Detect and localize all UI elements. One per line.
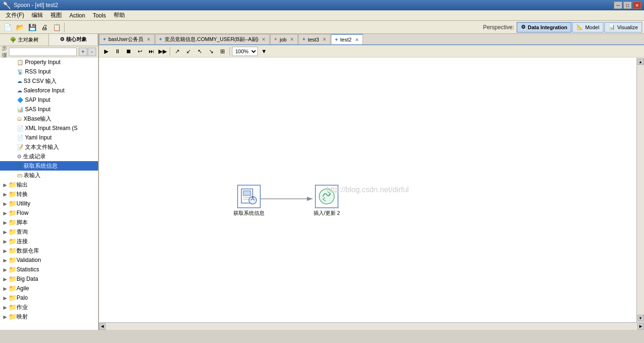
- rewind-button[interactable]: ↩: [135, 47, 145, 56]
- tree-item[interactable]: ▶ 📁 Palo: [0, 293, 98, 302]
- folder-icon: 📁: [8, 256, 17, 264]
- zoom-out-button[interactable]: ↙: [183, 47, 194, 56]
- search-input[interactable]: [9, 48, 77, 56]
- menu-view[interactable]: 视图: [47, 10, 66, 20]
- tree-item[interactable]: ▶ 📁 Utility: [0, 199, 98, 208]
- perspective-model[interactable]: 📐 Model: [572, 22, 603, 33]
- collapse-button[interactable]: -: [88, 48, 96, 56]
- tab-close-button[interactable]: ✕: [147, 37, 150, 42]
- window-title: Spoon - [etl] test2: [14, 2, 614, 8]
- main-layout: 🌳 主对象树 ⚙ 核心对象 步骤 + - 📋 Property Input: [0, 34, 644, 330]
- tree-item[interactable]: ▶ 📁 数据仓库: [0, 246, 98, 255]
- tree-item[interactable]: 🖥 获取系统信息: [0, 161, 98, 171]
- tree-expander: ▶: [2, 192, 8, 197]
- step-icon: 📝: [17, 144, 24, 150]
- perspective-visualize[interactable]: 📊 Visualize: [604, 22, 642, 33]
- folder-icon: 📁: [8, 200, 17, 207]
- tree-item[interactable]: ▶ 📁 Agile: [0, 284, 98, 293]
- align-left-button[interactable]: ↖: [195, 47, 205, 56]
- tab-icon: ✦: [273, 36, 278, 42]
- tab-item[interactable]: ✦ 党员党籍信息.COMMY_USER(B副--A副) ✕: [155, 34, 270, 44]
- tree-item[interactable]: 📊 SAS Input: [0, 105, 98, 114]
- tree-item[interactable]: 🗃 表输入: [0, 171, 98, 180]
- tab-item[interactable]: ✦ job ✕: [270, 34, 298, 44]
- tree-item[interactable]: ▶ 📁 Big Data: [0, 274, 98, 284]
- tabs-bar: ✦ basUser公务员 ✕ ✦ 党员党籍信息.COMMY_USER(B副--A…: [99, 34, 644, 45]
- di-icon: ⚙: [521, 24, 526, 30]
- vertical-scrollbar[interactable]: ▲ ▼: [636, 57, 644, 322]
- tab-close-button[interactable]: ✕: [290, 37, 294, 42]
- open-button[interactable]: 📂: [14, 22, 25, 33]
- menu-file[interactable]: 文件(F): [2, 10, 28, 20]
- tree-item[interactable]: ▶ 📁 映射: [0, 312, 98, 321]
- tree-item[interactable]: 🗂 XBase输入: [0, 114, 98, 123]
- canvas-node-1[interactable]: 获取系统信息: [233, 185, 264, 217]
- visualize-icon: 📊: [609, 24, 615, 30]
- menu-tools[interactable]: Tools: [89, 11, 110, 20]
- tree-item[interactable]: ☁ S3 CSV 输入: [0, 76, 98, 86]
- canvas-svg: [99, 57, 636, 322]
- tab-item[interactable]: ✦ test2 ✕: [331, 34, 363, 44]
- tree-item[interactable]: ▶ 📁 脚本: [0, 218, 98, 227]
- tab-close-button[interactable]: ✕: [322, 37, 326, 42]
- tree-item[interactable]: 📄 Yaml Input: [0, 133, 98, 142]
- canvas-area[interactable]: 获取系统信息 插入/更新 2 http://blog.: [99, 57, 636, 322]
- zoom-select[interactable]: 50% 75% 100% 125% 150% 200%: [232, 47, 258, 56]
- tree-item-label: Utility: [17, 200, 30, 207]
- tab-core-objects[interactable]: ⚙ 核心对象: [49, 34, 98, 46]
- maximize-button[interactable]: □: [623, 1, 632, 9]
- paste-button[interactable]: 📋: [51, 22, 62, 33]
- tree-item[interactable]: 📋 Property Input: [0, 57, 98, 67]
- folder-icon: 📁: [8, 181, 17, 188]
- tab-item[interactable]: ✦ basUser公务员 ✕: [99, 34, 155, 44]
- tree-item[interactable]: ▶ 📁 作业: [0, 302, 98, 312]
- tree-item[interactable]: ☁ Salesforce Input: [0, 86, 98, 95]
- grid-button[interactable]: ⊞: [217, 47, 228, 56]
- stop-button[interactable]: ⏹: [124, 47, 134, 56]
- print-button[interactable]: 🖨: [39, 22, 50, 33]
- save-button[interactable]: 💾: [26, 22, 38, 33]
- tree-item[interactable]: ⚙ 生成记录: [0, 152, 98, 161]
- tree-item[interactable]: ▶ 📁 转换: [0, 189, 98, 199]
- zoom-in-button[interactable]: ↗: [172, 47, 182, 56]
- tree-item[interactable]: ▶ 📁 Validation: [0, 255, 98, 265]
- tree-item[interactable]: ▶ 📁 Statistics: [0, 265, 98, 274]
- folder-icon: 📁: [8, 275, 17, 283]
- tree-item[interactable]: ▶ 📁 查询: [0, 227, 98, 237]
- tab-main-objects[interactable]: 🌳 主对象树: [0, 34, 49, 46]
- tree-item[interactable]: ▶ 📁 输出: [0, 180, 98, 189]
- menu-help[interactable]: 帮助: [110, 10, 129, 20]
- perspective-data-integration[interactable]: ⚙ Data Integration: [517, 22, 571, 33]
- menu-edit[interactable]: 编辑: [28, 10, 47, 20]
- minimize-button[interactable]: ─: [614, 1, 622, 9]
- folder-icon: 📁: [8, 303, 17, 311]
- menu-action[interactable]: Action: [66, 11, 89, 20]
- close-button[interactable]: ✕: [633, 1, 641, 9]
- new-button[interactable]: 📄: [2, 22, 13, 33]
- tree-item[interactable]: 📄 XML Input Stream (S: [0, 123, 98, 133]
- tab-item[interactable]: ✦ test3 ✕: [298, 34, 330, 44]
- pause-button[interactable]: ⏸: [112, 47, 123, 56]
- tree-item-label: XML Input Stream (S: [25, 125, 78, 131]
- tree-item[interactable]: 🔷 SAP Input: [0, 95, 98, 105]
- align-right-button[interactable]: ↘: [206, 47, 216, 56]
- tree-item[interactable]: 📝 文本文件输入: [0, 142, 98, 152]
- folder-icon: 📁: [8, 228, 17, 236]
- tab-close-button[interactable]: ✕: [262, 37, 265, 42]
- tab-close-button[interactable]: ✕: [355, 37, 359, 42]
- next-button[interactable]: ⏭: [146, 47, 157, 56]
- zoom-dropdown-button[interactable]: ▼: [259, 47, 269, 56]
- expand-button[interactable]: +: [79, 48, 87, 56]
- tree-expander: ▶: [2, 220, 8, 225]
- canvas-node-2[interactable]: 插入/更新 2: [314, 185, 340, 217]
- tree-item-label: Salesforce Input: [24, 87, 65, 94]
- fast-forward-button[interactable]: ▶▶: [157, 47, 168, 56]
- tree-item-label: 生成记录: [23, 153, 46, 161]
- tree-item[interactable]: ▶ 📁 Flow: [0, 208, 98, 218]
- horizontal-scrollbar[interactable]: ◀ ▶: [99, 322, 644, 330]
- tree-expander: ▶: [2, 305, 8, 310]
- play-button[interactable]: ▶: [101, 47, 111, 56]
- tree-item[interactable]: ▶ 📁 连接: [0, 237, 98, 246]
- tree-item-label: XBase输入: [24, 115, 51, 123]
- tree-item[interactable]: 📡 RSS Input: [0, 67, 98, 76]
